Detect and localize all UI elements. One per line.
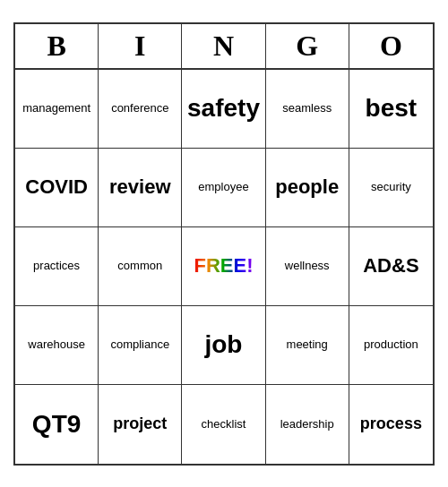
cell-text-19: production [364, 337, 418, 352]
bingo-cell-5: COVID [15, 149, 99, 227]
cell-text-21: project [113, 414, 167, 434]
free-space-text: FREE! [194, 254, 253, 277]
bingo-card: BINGO managementconferencesafetyseamless… [13, 22, 435, 466]
cell-text-15: warehouse [28, 337, 85, 352]
bingo-cell-19: production [349, 306, 433, 385]
bingo-cell-20: QT9 [15, 385, 99, 464]
cell-text-13: wellness [285, 259, 330, 273]
cell-text-9: security [371, 180, 411, 194]
bingo-cell-4: best [349, 70, 433, 149]
bingo-cell-0: management [15, 70, 99, 149]
header-letter-n: N [182, 24, 265, 68]
bingo-cell-3: seamless [266, 70, 349, 149]
cell-text-23: leadership [280, 417, 334, 431]
cell-text-17: job [204, 329, 242, 360]
bingo-grid: managementconferencesafetyseamlessbestCO… [15, 70, 433, 464]
header-letter-i: I [99, 24, 182, 68]
bingo-cell-12: FREE! [182, 227, 265, 306]
cell-text-0: management [22, 101, 90, 115]
bingo-cell-22: checklist [182, 385, 265, 464]
bingo-cell-16: compliance [99, 306, 182, 385]
bingo-cell-7: employee [182, 149, 265, 227]
bingo-cell-11: common [99, 227, 182, 306]
bingo-cell-15: warehouse [15, 306, 99, 385]
bingo-cell-10: practices [15, 227, 99, 306]
cell-text-4: best [366, 93, 418, 124]
bingo-cell-2: safety [182, 70, 265, 149]
header-letter-b: B [15, 24, 99, 68]
bingo-cell-6: review [99, 149, 182, 227]
header-letter-o: O [349, 24, 433, 68]
cell-text-10: practices [33, 259, 80, 273]
cell-text-1: conference [111, 101, 168, 115]
cell-text-24: process [360, 414, 422, 434]
cell-text-16: compliance [110, 337, 169, 352]
bingo-cell-23: leadership [266, 385, 349, 464]
bingo-cell-18: meeting [266, 306, 349, 385]
bingo-cell-24: process [349, 385, 433, 464]
bingo-cell-21: project [99, 385, 182, 464]
cell-text-11: common [117, 259, 162, 273]
bingo-cell-13: wellness [266, 227, 349, 306]
cell-text-6: review [109, 175, 171, 199]
cell-text-5: COVID [25, 175, 88, 199]
header-letter-g: G [266, 24, 349, 68]
bingo-cell-17: job [182, 306, 265, 385]
bingo-cell-1: conference [99, 70, 182, 149]
bingo-cell-8: people [266, 149, 349, 227]
cell-text-14: AD&S [363, 254, 418, 278]
cell-text-8: people [275, 175, 339, 199]
cell-text-2: safety [187, 93, 260, 124]
bingo-cell-14: AD&S [349, 227, 433, 306]
cell-text-3: seamless [282, 101, 332, 115]
bingo-header: BINGO [15, 24, 433, 70]
cell-text-7: employee [198, 180, 248, 194]
cell-text-20: QT9 [32, 409, 81, 440]
bingo-cell-9: security [349, 149, 433, 227]
cell-text-22: checklist [202, 417, 246, 431]
cell-text-18: meeting [287, 337, 328, 352]
